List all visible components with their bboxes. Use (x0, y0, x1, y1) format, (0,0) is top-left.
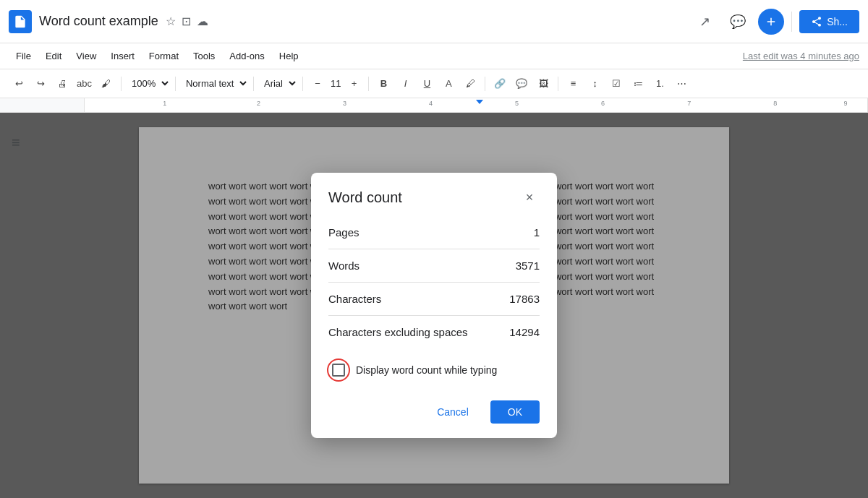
sep3 (253, 77, 254, 91)
redo-btn[interactable]: ↪ (30, 74, 51, 94)
menu-addons[interactable]: Add-ons (222, 48, 271, 64)
checkbox-ring (327, 359, 350, 382)
font-size-value: 11 (329, 78, 342, 89)
checkbox-label[interactable]: Display word count while typing (356, 364, 497, 376)
menu-tools[interactable]: Tools (186, 48, 222, 64)
menu-view[interactable]: View (69, 48, 103, 64)
align-btn[interactable]: ≡ (563, 74, 583, 94)
document-title: Word count example (39, 14, 158, 29)
paint-format-btn[interactable]: 🖌 (96, 74, 116, 94)
highlight-btn[interactable]: 🖊 (460, 74, 480, 94)
cloud-icon[interactable]: ☁ (197, 14, 208, 28)
link-btn[interactable]: 🔗 (490, 74, 510, 94)
header-separator (791, 12, 792, 32)
dialog-header: Word count × (311, 173, 557, 216)
stats-container: Pages 1 Words 3571 Characters 17863 Char… (328, 216, 540, 348)
ruler-bar: 1 2 3 4 5 6 7 8 9 (84, 98, 868, 112)
explore-icon-btn[interactable]: ↗ (692, 9, 718, 35)
ruler-mark-4: 4 (429, 100, 433, 107)
ruler-mark-3: 3 (343, 100, 346, 107)
paragraph-style-select[interactable]: Normal text (180, 76, 249, 91)
font-size-decrease-btn[interactable]: − (307, 74, 328, 94)
stat-label-0: Pages (328, 226, 359, 239)
ok-button[interactable]: OK (490, 400, 540, 424)
ruler: 1 2 3 4 5 6 7 8 9 (0, 98, 868, 113)
menu-file[interactable]: File (9, 48, 38, 64)
dialog-body: Pages 1 Words 3571 Characters 17863 Char… (311, 216, 557, 392)
chat-icon-btn[interactable]: 💬 (725, 9, 751, 35)
word-count-dialog: Word count × Pages 1 Words 3571 Characte… (311, 173, 557, 438)
checkbox-row: Display word count while typing (328, 348, 540, 392)
italic-btn[interactable]: I (395, 74, 415, 94)
stat-label-2: Characters (328, 293, 381, 305)
comment-btn[interactable]: 💬 (511, 74, 532, 94)
bullet-list-btn[interactable]: ≔ (628, 74, 648, 94)
toolbar: ↩ ↪ 🖨 abc 🖌 100% Normal text Arial − 11 … (0, 69, 868, 98)
dialog-overlay: Word count × Pages 1 Words 3571 Characte… (0, 113, 868, 498)
checkbox-container (328, 360, 349, 380)
title-icons: ☆ ⊡ ☁ (166, 14, 208, 28)
sep2 (175, 77, 176, 91)
ruler-mark-7: 7 (687, 100, 691, 107)
font-size-increase-btn[interactable]: + (344, 74, 364, 94)
app-icon[interactable] (9, 10, 32, 33)
stat-row-3: Characters excluding spaces 14294 (328, 316, 540, 348)
dialog-title: Word count (328, 189, 402, 206)
sep7 (558, 77, 558, 91)
image-btn[interactable]: 🖼 (533, 74, 553, 94)
menu-format[interactable]: Format (142, 48, 186, 64)
dialog-footer: Cancel OK (311, 392, 557, 438)
sep5 (368, 77, 369, 91)
bold-btn[interactable]: B (373, 74, 393, 94)
menu-insert[interactable]: Insert (103, 48, 142, 64)
stat-value-0: 1 (534, 226, 540, 239)
sep4 (302, 77, 303, 91)
document-area: ≡ wort wort wort wort wort wort wort wor… (0, 113, 868, 498)
sep6 (485, 77, 485, 91)
add-icon-btn[interactable] (758, 9, 784, 35)
ruler-mark-1: 1 (163, 100, 166, 107)
header-right: ↗ 💬 Sh... (692, 9, 859, 35)
ruler-mark-2: 2 (257, 100, 260, 107)
stat-value-2: 17863 (509, 293, 540, 305)
print-btn[interactable]: 🖨 (52, 74, 72, 94)
stat-label-3: Characters excluding spaces (328, 326, 468, 338)
checklist-btn[interactable]: ☑ (606, 74, 626, 94)
ruler-mark-5: 5 (515, 100, 519, 107)
cancel-button[interactable]: Cancel (424, 400, 482, 424)
stat-value-1: 3571 (516, 259, 540, 272)
last-edit-label[interactable]: Last edit was 4 minutes ago (743, 51, 859, 61)
stat-row-2: Characters 17863 (328, 283, 540, 316)
star-icon[interactable]: ☆ (166, 14, 176, 28)
numbered-list-btn[interactable]: 1. (650, 74, 670, 94)
stat-value-3: 14294 (509, 326, 540, 338)
spellcheck-btn[interactable]: abc (74, 74, 95, 94)
stat-label-1: Words (328, 259, 359, 272)
ruler-mark-9: 9 (844, 100, 848, 107)
share-button[interactable]: Sh... (799, 10, 859, 33)
underline-btn[interactable]: U (417, 74, 437, 94)
move-icon[interactable]: ⊡ (182, 14, 191, 28)
stat-row-1: Words 3571 (328, 249, 540, 283)
menu-edit[interactable]: Edit (38, 48, 69, 64)
menu-bar: File Edit View Insert Format Tools Add-o… (0, 43, 868, 69)
zoom-select[interactable]: 100% (126, 76, 171, 91)
ruler-mark-6: 6 (601, 100, 605, 107)
dialog-close-btn[interactable]: × (519, 187, 540, 207)
more-btn[interactable]: ⋯ (671, 74, 692, 94)
text-color-btn[interactable]: A (438, 74, 459, 94)
undo-btn[interactable]: ↩ (9, 74, 29, 94)
top-bar: Word count example ☆ ⊡ ☁ ↗ 💬 Sh... (0, 0, 868, 43)
ruler-mark-8: 8 (773, 100, 777, 107)
font-select[interactable]: Arial (258, 76, 298, 91)
sep1 (121, 77, 122, 91)
ruler-indent-marker[interactable] (476, 100, 483, 104)
menu-help[interactable]: Help (272, 48, 306, 64)
line-spacing-btn[interactable]: ↕ (584, 74, 605, 94)
stat-row-0: Pages 1 (328, 216, 540, 249)
